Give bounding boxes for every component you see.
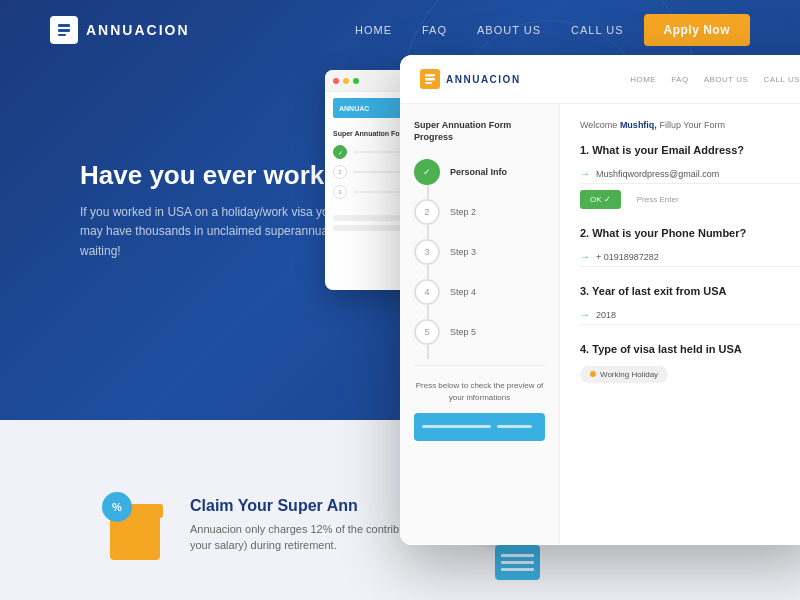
preview-text: Press below to check the preview of your… (414, 380, 545, 402)
step-label-3: Step 3 (450, 247, 476, 257)
question-label-1: 1. What is your Email Address? (580, 144, 800, 156)
preview-section: Press below to check the preview of your… (414, 365, 545, 440)
inner-nav-home: HOME (630, 75, 656, 84)
sw-circle-1: ✓ (333, 145, 347, 159)
inner-nav-faq: FAQ (671, 75, 689, 84)
step-circle-3: 3 (414, 239, 440, 265)
step-item-1: ✓ Personal Info (414, 159, 545, 185)
question-label-3: 3. Year of last exit from USA (580, 285, 800, 297)
nav-home[interactable]: HOME (355, 24, 392, 36)
visa-badge: Working Holiday (580, 366, 668, 383)
step-circle-1: ✓ (414, 159, 440, 185)
step-item-3: 3 Step 3 (414, 239, 545, 265)
inner-navbar: ANNUACION HOME FAQ ABOUT US CALL US (400, 55, 800, 104)
arrow-icon-year: → (580, 309, 590, 320)
logo: ANNUACION (50, 16, 190, 44)
preview-card-line-2 (497, 425, 532, 428)
ok-row: OK ✓ Press Enter (580, 190, 800, 209)
progress-title: Super Annuation Form Progress (414, 120, 545, 143)
gift-icon: % (100, 490, 170, 560)
window-dot-green (353, 78, 359, 84)
inner-logo-svg (424, 73, 436, 85)
svg-rect-5 (425, 82, 432, 84)
blue-lines-icon (495, 545, 540, 580)
inner-logo: ANNUACION (420, 69, 521, 89)
form-value-email: → Mushfiqwordpress@gmail.com (580, 164, 800, 184)
inner-nav-links: HOME FAQ ABOUT US CALL US (630, 75, 800, 84)
step-item-4: 4 Step 4 (414, 279, 545, 305)
nav-faq[interactable]: FAQ (422, 24, 447, 36)
step-label-1: Personal Info (450, 167, 507, 177)
inner-nav-about: ABOUT US (704, 75, 749, 84)
svg-rect-4 (425, 78, 435, 81)
step-circle-5: 5 (414, 319, 440, 345)
visa-value: Working Holiday (600, 370, 658, 379)
window-dot-red (333, 78, 339, 84)
inner-logo-icon (420, 69, 440, 89)
visa-dot (590, 371, 596, 377)
ok-button[interactable]: OK ✓ (580, 190, 621, 209)
inner-nav-call: CALL US (763, 75, 800, 84)
screen-mockup: ANNUACION HOME FAQ ABOUT US CALL US Supe… (400, 55, 800, 545)
step-circle-2: 2 (414, 199, 440, 225)
step-circle-4: 4 (414, 279, 440, 305)
blue-line-2 (501, 561, 534, 564)
welcome-label: Welcome (580, 120, 617, 130)
step-label-5: Step 5 (450, 327, 476, 337)
screen-inner: ANNUACION HOME FAQ ABOUT US CALL US Supe… (400, 55, 800, 545)
nav-call[interactable]: CALL US (571, 24, 623, 36)
logo-icon (50, 16, 78, 44)
arrow-icon-email: → (580, 168, 590, 179)
sw-circle-2: 2 (333, 165, 347, 179)
sw-circle-3: 3 (333, 185, 347, 199)
email-value: Mushfiqwordpress@gmail.com (596, 169, 719, 179)
screen-body: Super Annuation Form Progress ✓ Personal… (400, 104, 800, 544)
step-item-2: 2 Step 2 (414, 199, 545, 225)
preview-card-line-1 (422, 425, 491, 428)
phone-value: + 01918987282 (596, 252, 659, 262)
svg-rect-0 (58, 24, 70, 27)
inner-logo-text: ANNUACION (446, 74, 521, 85)
nav-links: HOME FAQ ABOUT US CALL US (355, 24, 624, 36)
fill-text: Fillup Your Form (659, 120, 725, 130)
preview-card[interactable] (414, 413, 545, 441)
username: Mushfiq, (620, 120, 657, 130)
svg-rect-3 (425, 74, 435, 77)
step-label-2: Step 2 (450, 207, 476, 217)
question-label-2: 2. What is your Phone Number? (580, 227, 800, 239)
press-enter-text: Press Enter (637, 195, 679, 204)
percent-badge: % (102, 492, 132, 522)
nav-about[interactable]: ABOUT US (477, 24, 541, 36)
form-question-1: 1. What is your Email Address? → Mushfiq… (580, 144, 800, 209)
year-value: 2018 (596, 310, 616, 320)
question-label-4: 4. Type of visa last held in USA (580, 343, 800, 355)
form-question-2: 2. What is your Phone Number? → + 019189… (580, 227, 800, 267)
form-value-year: → 2018 (580, 305, 800, 325)
welcome-text: Welcome Mushfiq, Fillup Your Form (580, 120, 800, 130)
logo-svg (56, 22, 72, 38)
arrow-icon-phone: → (580, 251, 590, 262)
step-label-4: Step 4 (450, 287, 476, 297)
form-question-4: 4. Type of visa last held in USA Working… (580, 343, 800, 383)
svg-rect-1 (58, 29, 70, 32)
progress-panel: Super Annuation Form Progress ✓ Personal… (400, 104, 560, 544)
main-navbar: ANNUACION HOME FAQ ABOUT US CALL US Appl… (0, 0, 800, 60)
logo-text: ANNUACION (86, 22, 190, 38)
blue-line-3 (501, 568, 534, 571)
window-dot-yellow (343, 78, 349, 84)
small-logo-text: ANNUAC (339, 105, 369, 112)
form-panel: Welcome Mushfiq, Fillup Your Form 1. Wha… (560, 104, 800, 544)
blue-line-1 (501, 554, 534, 557)
step-item-5: 5 Step 5 (414, 319, 545, 345)
apply-button[interactable]: Apply Now (644, 14, 751, 46)
svg-rect-2 (58, 34, 66, 36)
hero-subtitle: If you worked in USA on a holiday/work v… (80, 203, 360, 261)
form-value-phone: → + 01918987282 (580, 247, 800, 267)
form-question-3: 3. Year of last exit from USA → 2018 (580, 285, 800, 325)
